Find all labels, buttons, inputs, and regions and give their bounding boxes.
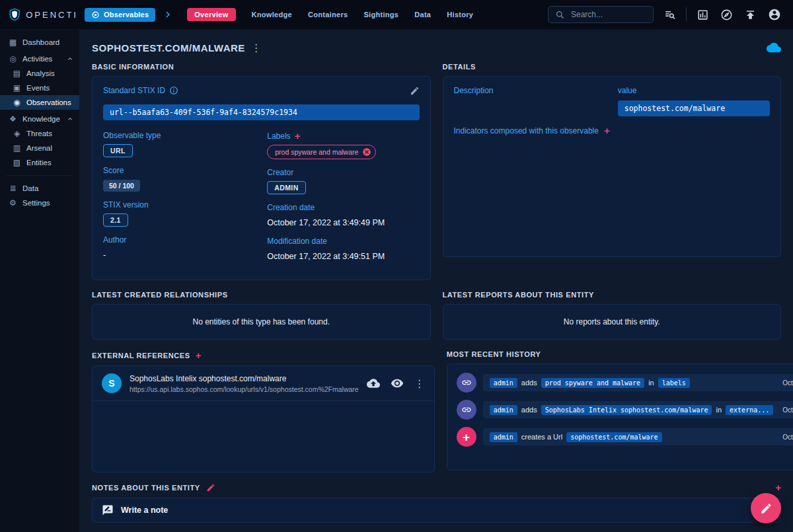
tab-containers[interactable]: Containers [308, 11, 348, 19]
sidebar-item-label: Dashboard [22, 38, 59, 46]
basic-info-panel: Standard STIX ID url--b5aafa63-409f-536f… [92, 76, 431, 280]
profile-button[interactable] [767, 7, 782, 22]
history-prep: in [716, 406, 722, 414]
sidebar-item-activities[interactable]: ◎ Activities [0, 52, 79, 66]
logo-text: OPENCTI [26, 10, 78, 20]
stix-id-value[interactable]: url--b5aafa63-409f-536f-9af4-8324579c193… [103, 104, 420, 120]
cloud-upload-icon[interactable] [367, 377, 380, 390]
history-object-chip: sophostest.com/malware [566, 432, 661, 442]
dashboards-button[interactable] [695, 7, 710, 22]
add-note-icon[interactable]: + [775, 482, 781, 492]
add-label-icon[interactable]: + [295, 131, 301, 141]
tab-sightings[interactable]: Sightings [363, 11, 398, 19]
sidebar-item-dashboard[interactable]: ▦ Dashboard [0, 35, 79, 50]
basic-info-left-column: Observable type URL Score 50 / 100 STIX … [103, 131, 255, 270]
edit-pencil-icon[interactable] [410, 86, 420, 96]
main-content: SOPHOSTEST.COM/MALWARE ⋮ BASIC INFORMATI… [80, 30, 793, 532]
info-icon[interactable] [169, 86, 178, 95]
details-section: DETAILS Description value sophostest.com… [443, 63, 782, 280]
history-verb: adds [521, 379, 537, 387]
basic-info-heading-label: BASIC INFORMATION [92, 63, 174, 71]
edit-fab[interactable] [751, 493, 781, 523]
tab-overview[interactable]: Overview [187, 8, 235, 21]
author-value: - [103, 250, 106, 260]
history-target-chip: externa... [726, 405, 773, 415]
topbar: OPENCTI Observables Overview Knowledge C… [0, 0, 793, 30]
labels-label-text: Labels [267, 132, 290, 141]
sidebar-item-data[interactable]: ≣ Data [0, 181, 79, 196]
search-box[interactable] [548, 6, 654, 23]
dashboard-icon: ▦ [9, 38, 17, 47]
bulk-search-button[interactable] [662, 7, 677, 22]
history-message[interactable]: admin adds SophosLabs Intelix sophostest… [483, 401, 793, 418]
sidebar-item-arsenal[interactable]: ▥ Arsenal [0, 141, 79, 155]
enrichment-cloud-icon[interactable] [767, 40, 781, 55]
label-chip-text: prod spyware and malware [275, 148, 358, 156]
modification-date-label: Modification date [267, 237, 419, 246]
search-input[interactable] [570, 9, 646, 20]
remove-label-icon[interactable] [362, 147, 371, 157]
sidebar-item-events[interactable]: ▣ Events [0, 81, 79, 95]
details-heading-label: DETAILS [443, 63, 476, 71]
title-menu-button[interactable]: ⋮ [251, 42, 262, 54]
stix-id-label: Standard STIX ID [103, 86, 178, 95]
history-heading: MOST RECENT HISTORY [447, 350, 793, 358]
creation-date-value: October 17, 2022 at 3:49:49 PM [267, 218, 385, 227]
history-item: admin adds prod spyware and malware in l… [457, 373, 793, 393]
reports-panel: No reports about this entity. [443, 304, 782, 340]
external-reference-item[interactable]: S SophosLabs Intelix sophostest.com/malw… [93, 366, 434, 400]
external-reference-menu-button[interactable]: ⋮ [414, 377, 425, 390]
tab-data[interactable]: Data [414, 11, 431, 19]
score-label: Score [103, 166, 255, 175]
observable-type-chip: URL [103, 144, 133, 157]
history-user-chip: admin [490, 378, 517, 388]
sidebar-item-observations[interactable]: ◉ Observations [0, 95, 79, 110]
database-icon: ≣ [9, 184, 17, 193]
notes-pencil-icon[interactable] [206, 483, 215, 492]
notes-heading: NOTES ABOUT THIS ENTITY [92, 484, 200, 492]
relationships-section: LATEST CREATED RELATIONSHIPS No entities… [92, 291, 431, 340]
history-prep: in [648, 379, 654, 387]
explore-button[interactable] [719, 7, 734, 22]
sidebar-item-label: Analysis [26, 69, 55, 77]
app-logo[interactable]: OPENCTI [8, 7, 78, 22]
pencil-icon [760, 502, 773, 515]
observable-icon [91, 11, 100, 19]
add-indicator-icon[interactable]: + [604, 126, 610, 135]
label-chip[interactable]: prod spyware and malware [267, 145, 376, 159]
basic-info-heading: BASIC INFORMATION [92, 63, 431, 71]
history-message[interactable]: admin adds prod spyware and malware in l… [483, 374, 793, 391]
page-title: SOPHOSTEST.COM/MALWARE [92, 42, 245, 54]
list-divider [93, 400, 434, 401]
sidebar-item-label: Activities [22, 55, 52, 63]
sidebar-item-knowledge[interactable]: ❖ Knowledge [0, 112, 79, 126]
relationships-panel: No entities of this type has been found. [92, 304, 431, 340]
tab-knowledge[interactable]: Knowledge [252, 11, 292, 19]
labels-label: Labels + [267, 131, 419, 141]
observable-value[interactable]: sophostest.com/malware [618, 100, 770, 116]
sidebar-item-label: Events [26, 84, 50, 92]
sidebar-item-label: Settings [22, 199, 50, 207]
topbar-actions [548, 6, 782, 23]
history-message[interactable]: admin creates a Url sophostest.com/malwa… [483, 428, 793, 445]
external-references-section: EXTERNAL REFERENCES + S SophosLabs Intel… [92, 350, 435, 473]
sidebar-item-settings[interactable]: ⚙ Settings [0, 196, 79, 210]
observables-context-button[interactable]: Observables [85, 8, 155, 22]
tab-history[interactable]: History [447, 11, 473, 19]
write-note-panel[interactable]: Write a note [92, 498, 781, 523]
indicators-label: Indicators composed with this observable [454, 126, 599, 135]
sidebar-item-analysis[interactable]: ▤ Analysis [0, 66, 79, 81]
sidebar-item-entities[interactable]: ▧ Entities [0, 155, 79, 170]
chevron-up-icon [66, 55, 74, 63]
threats-icon: ◈ [13, 129, 21, 138]
sidebar-item-threats[interactable]: ◈ Threats [0, 126, 79, 141]
sidebar-item-label: Knowledge [22, 115, 60, 123]
topbar-divider [686, 7, 687, 22]
import-button[interactable] [743, 7, 758, 22]
add-external-reference-icon[interactable]: + [196, 350, 202, 360]
stix-version-chip: 2.1 [103, 213, 128, 227]
preview-eye-icon[interactable] [391, 377, 404, 390]
creator-chip: ADMIN [267, 181, 305, 194]
knowledge-icon: ❖ [9, 114, 17, 124]
basic-info-right-column: Labels + prod spyware and malware [267, 131, 419, 270]
